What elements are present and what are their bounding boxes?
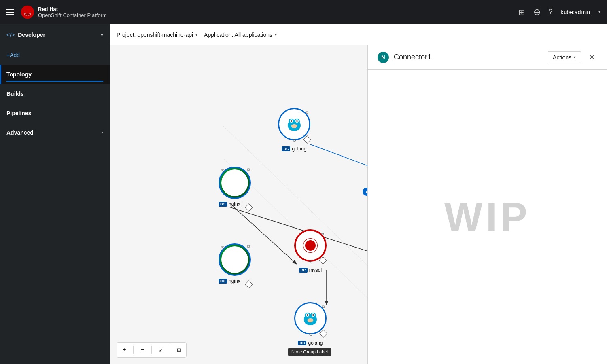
svg-line-3: [310, 144, 367, 178]
apps-grid-icon[interactable]: ⊞: [518, 7, 525, 17]
user-menu[interactable]: kube:admin: [561, 9, 590, 15]
sync-icon[interactable]: ↻: [309, 332, 312, 337]
active-underline: [6, 81, 103, 82]
golang-bottom-node[interactable]: ⧉ ↻ DC golang: [294, 302, 327, 346]
dev-icon: </>: [6, 32, 15, 38]
application-label: Application: All applications: [204, 32, 272, 38]
project-label: Project: openshift-machine-api: [117, 32, 193, 38]
top-bar: Project: openshift-machine-api ▾ Applica…: [110, 24, 607, 45]
svg-point-33: [312, 320, 316, 324]
brand-platform: OpenShift Container Platform: [38, 12, 107, 18]
add-link[interactable]: +Add: [0, 45, 110, 65]
mysql-label: mysql: [309, 267, 322, 273]
nginx-bottom-label: nginx: [229, 278, 240, 284]
svg-point-2: [25, 10, 30, 14]
svg-point-22: [303, 238, 318, 253]
dc-badge: DC: [282, 146, 290, 151]
nginx-node-top[interactable]: Nx ⧉ ⇱ DC nginx: [219, 167, 251, 207]
svg-point-30: [312, 314, 314, 316]
sidebar: </> Developer ▾ +Add Topology Builds Pip…: [0, 24, 110, 364]
actions-label: Actions: [553, 54, 571, 61]
expand-icon[interactable]: ⇱: [221, 246, 224, 250]
sync-icon[interactable]: ↻: [309, 259, 312, 264]
connector-name: Connector1: [394, 53, 543, 61]
dc-badge: DC: [219, 279, 227, 284]
advanced-label: Advanced: [6, 129, 34, 136]
nginx-node-bottom[interactable]: Nx ⧉ ⇱ DC nginx: [219, 243, 251, 284]
zoom-out-button[interactable]: −: [135, 343, 150, 357]
canvas-panel-container: ● ✦ ✦ ✦ ✦ ☛ Nx: [110, 45, 607, 364]
zoom-controls: + − ⤢ ⊡: [117, 342, 187, 358]
right-panel-header: N Connector1 Actions ▾ ✕: [368, 45, 607, 70]
sidebar-item-advanced[interactable]: Advanced ›: [0, 123, 110, 142]
dc-badge: DC: [299, 268, 308, 273]
advanced-chevron-icon: ›: [102, 130, 103, 135]
zoom-divider: [133, 346, 134, 354]
wip-text: WIP: [444, 194, 531, 240]
svg-point-32: [305, 320, 308, 324]
svg-point-16: [291, 120, 292, 122]
gopher-icon: [284, 114, 304, 134]
add-icon[interactable]: ⊕: [533, 7, 541, 17]
ext-link-icon[interactable]: ⧉: [322, 304, 325, 309]
ext-link-icon[interactable]: ⧉: [247, 167, 250, 172]
app-chevron-icon: ▾: [275, 32, 277, 37]
dc-badge: DC: [298, 341, 306, 345]
diamond-icon: [319, 256, 327, 265]
golang-bottom-label: golang: [308, 340, 323, 346]
connector-dot-icon: ●: [365, 190, 367, 194]
add-label: +Add: [6, 52, 20, 58]
diamond-icon: [303, 135, 311, 144]
svg-point-19: [289, 126, 292, 130]
group-label-left: Node Group Label: [288, 348, 331, 356]
developer-mode-switch[interactable]: </> Developer ▾: [0, 24, 110, 45]
sidebar-item-pipelines[interactable]: Pipelines: [0, 104, 110, 123]
developer-label: Developer: [18, 32, 98, 38]
gopher-bottom-icon: [300, 308, 320, 328]
hamburger-menu[interactable]: [6, 9, 14, 15]
mysql-icon: [300, 235, 320, 256]
help-icon[interactable]: ?: [549, 8, 553, 16]
actions-button[interactable]: Actions ▾: [548, 51, 581, 63]
redhat-logo: Red Hat OpenShift Container Platform: [20, 5, 107, 19]
application-selector[interactable]: Application: All applications ▾: [204, 32, 277, 38]
diamond-icon: [319, 330, 327, 338]
svg-point-20: [296, 126, 299, 130]
right-panel: N Connector1 Actions ▾ ✕ WIP: [367, 45, 607, 364]
golang-top-label: golang: [292, 146, 306, 152]
zoom-divider3: [170, 346, 170, 354]
nginx-top-label: nginx: [229, 201, 240, 207]
pipelines-label: Pipelines: [6, 110, 31, 116]
fit-button[interactable]: ⤢: [153, 343, 168, 357]
builds-label: Builds: [6, 91, 24, 97]
sidebar-item-builds[interactable]: Builds: [0, 84, 110, 104]
dev-chevron-icon: ▾: [101, 32, 103, 38]
mysql-node[interactable]: ⧉ ↻ DC mysql: [294, 229, 327, 273]
main-content: Project: openshift-machine-api ▾ Applica…: [110, 24, 607, 364]
user-chevron-icon[interactable]: ▾: [598, 9, 601, 15]
sync-icon[interactable]: ↻: [293, 138, 296, 143]
ext-link-icon[interactable]: ⧉: [306, 110, 308, 115]
ext-link-icon[interactable]: ⧉: [247, 244, 250, 249]
topology-canvas[interactable]: ● ✦ ✦ ✦ ✦ ☛ Nx: [110, 45, 367, 364]
reset-button[interactable]: ⊡: [172, 343, 186, 357]
project-chevron-icon: ▾: [195, 32, 197, 37]
right-panel-body: WIP: [368, 70, 607, 364]
zoom-in-button[interactable]: +: [117, 343, 132, 357]
top-nav: Red Hat OpenShift Container Platform ⊞ ⊕…: [0, 0, 607, 24]
svg-point-29: [307, 314, 308, 316]
close-panel-button[interactable]: ✕: [586, 52, 597, 63]
connector-dot[interactable]: ●: [363, 188, 367, 196]
zoom-divider2: [151, 346, 152, 354]
topology-label: Topology: [6, 71, 32, 78]
dc-badge: DC: [219, 202, 227, 207]
svg-point-17: [296, 120, 298, 122]
project-selector[interactable]: Project: openshift-machine-api ▾: [117, 32, 197, 38]
sidebar-item-topology[interactable]: Topology: [0, 65, 110, 84]
golang-top-node[interactable]: ⧉ ↻ DC golang: [278, 108, 310, 152]
connector-icon: N: [378, 52, 389, 63]
brand-redhat: Red Hat: [38, 6, 107, 12]
ext-link-icon[interactable]: ⧉: [321, 232, 324, 237]
expand-icon[interactable]: ⇱: [221, 169, 224, 173]
actions-chevron-icon: ▾: [574, 55, 576, 59]
